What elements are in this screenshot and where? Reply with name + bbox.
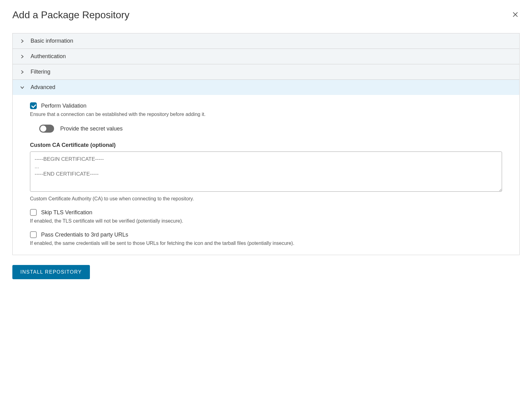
pass-credentials-help: If enabled, the same credentials will be…: [30, 241, 502, 246]
custom-ca-label: Custom CA Certificate (optional): [30, 142, 502, 148]
perform-validation-label: Perform Validation: [41, 103, 87, 109]
install-repository-button[interactable]: INSTALL REPOSITORY: [12, 265, 90, 279]
chevron-down-icon: [20, 85, 24, 90]
chevron-right-icon: [20, 70, 24, 74]
modal-header: Add a Package Repository: [12, 9, 520, 21]
section-header-filtering[interactable]: Filtering: [13, 64, 519, 79]
section-body-advanced: Perform Validation Ensure that a connect…: [13, 95, 519, 255]
skip-tls-row: Skip TLS Verification If enabled, the TL…: [30, 209, 502, 224]
provide-secret-label: Provide the secret values: [60, 126, 123, 132]
skip-tls-label: Skip TLS Verification: [41, 209, 92, 216]
section-label: Authentication: [31, 53, 66, 60]
custom-ca-textarea[interactable]: [30, 152, 502, 192]
chevron-right-icon: [20, 39, 24, 43]
section-filtering: Filtering: [13, 64, 519, 80]
custom-ca-help: Custom Certificate Authority (CA) to use…: [30, 196, 502, 202]
close-icon: [512, 11, 518, 19]
provide-secret-row: Provide the secret values: [39, 125, 502, 133]
section-label: Basic information: [31, 38, 73, 44]
section-label: Advanced: [31, 84, 55, 91]
section-label: Filtering: [31, 69, 50, 75]
pass-credentials-checkbox[interactable]: [30, 231, 37, 238]
section-basic-information: Basic information: [13, 33, 519, 49]
section-advanced: Advanced Perform Validation Ensure that …: [13, 80, 519, 255]
skip-tls-help: If enabled, the TLS certificate will not…: [30, 218, 502, 224]
modal-title: Add a Package Repository: [12, 9, 129, 21]
perform-validation-help: Ensure that a connection can be establis…: [30, 112, 502, 117]
custom-ca-row: Custom CA Certificate (optional) Custom …: [30, 142, 502, 202]
section-header-authentication[interactable]: Authentication: [13, 49, 519, 64]
accordion: Basic information Authentication Filteri…: [12, 33, 520, 255]
section-header-basic-information[interactable]: Basic information: [13, 33, 519, 49]
section-header-advanced[interactable]: Advanced: [13, 80, 519, 95]
pass-credentials-row: Pass Credentials to 3rd party URLs If en…: [30, 231, 502, 246]
perform-validation-checkbox[interactable]: [30, 102, 37, 109]
close-button[interactable]: [511, 10, 520, 21]
section-authentication: Authentication: [13, 49, 519, 64]
skip-tls-checkbox[interactable]: [30, 209, 37, 216]
perform-validation-row: Perform Validation Ensure that a connect…: [30, 102, 502, 117]
toggle-knob: [40, 126, 46, 132]
provide-secret-toggle[interactable]: [39, 125, 54, 133]
pass-credentials-label: Pass Credentials to 3rd party URLs: [41, 232, 128, 238]
chevron-right-icon: [20, 54, 24, 59]
